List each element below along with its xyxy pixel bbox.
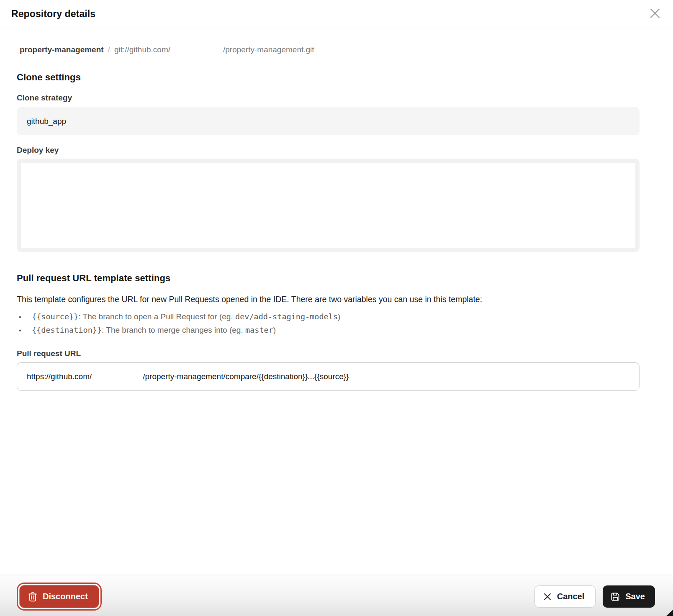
footer-actions: Cancel Save <box>534 585 655 608</box>
pr-url-input[interactable]: https://github.com/ /property-management… <box>17 362 640 391</box>
breadcrumb-git-url-prefix: git://github.com/ <box>114 45 170 54</box>
breadcrumb-repo-name: property-management <box>20 45 104 54</box>
modal-body: property-management / git://github.com/ … <box>0 28 673 391</box>
breadcrumb-git-url-suffix: /property-management.git <box>223 45 314 54</box>
deploy-key-textarea[interactable] <box>21 163 635 248</box>
close-icon <box>650 8 660 20</box>
pr-variable-destination-text: : The branch to merge changes into (eg. <box>102 326 245 334</box>
save-button-label: Save <box>625 592 645 601</box>
modal-footer: Disconnect Cancel Save <box>0 575 673 616</box>
disconnect-button-label: Disconnect <box>43 592 88 601</box>
pr-url-label: Pull request URL <box>17 349 640 358</box>
cancel-button[interactable]: Cancel <box>534 585 596 608</box>
pr-url-value-prefix: https://github.com/ <box>27 372 92 381</box>
clone-settings-heading: Clone settings <box>17 72 640 83</box>
pr-variable-source-example: dev/add-staging-models <box>235 312 338 321</box>
pr-variable-destination-code: {{destination}} <box>32 326 102 334</box>
pr-url-value-suffix: /property-management/compare/{{destinati… <box>143 372 349 381</box>
deploy-key-frame <box>17 159 640 252</box>
cancel-button-label: Cancel <box>557 592 585 601</box>
deploy-key-label: Deploy key <box>17 146 640 155</box>
modal-title: Repository details <box>11 8 95 20</box>
pr-template-heading: Pull request URL template settings <box>17 273 640 284</box>
trash-icon <box>28 592 37 602</box>
save-floppy-icon <box>611 592 620 601</box>
pr-variable-source-text: : The branch to open a Pull Request for … <box>78 312 235 321</box>
breadcrumb-separator: / <box>108 45 110 54</box>
pr-variable-source-item: • {{source}}: The branch to open a Pull … <box>17 310 640 323</box>
modal-header: Repository details <box>0 0 673 28</box>
pr-variable-source-suffix: ) <box>338 312 340 321</box>
close-button[interactable] <box>648 7 662 21</box>
pr-template-variable-list: • {{source}}: The branch to open a Pull … <box>17 310 640 337</box>
pr-variable-destination-suffix: ) <box>273 326 276 334</box>
disconnect-button[interactable]: Disconnect <box>20 585 99 608</box>
bullet-icon: • <box>19 324 25 337</box>
pr-variable-source-code: {{source}} <box>32 312 78 321</box>
pr-variable-destination-item: • {{destination}}: The branch to merge c… <box>17 323 640 337</box>
save-button[interactable]: Save <box>603 585 655 608</box>
bullet-icon: • <box>19 311 25 323</box>
pr-template-description: This template configures the URL for new… <box>17 295 640 304</box>
clone-strategy-label: Clone strategy <box>17 93 640 103</box>
cancel-x-icon <box>543 593 552 601</box>
clone-strategy-value: github_app <box>27 117 66 126</box>
breadcrumb: property-management / git://github.com/ … <box>17 28 640 54</box>
clone-strategy-field[interactable]: github_app <box>17 107 640 135</box>
pr-variable-destination-example: master <box>245 326 273 334</box>
